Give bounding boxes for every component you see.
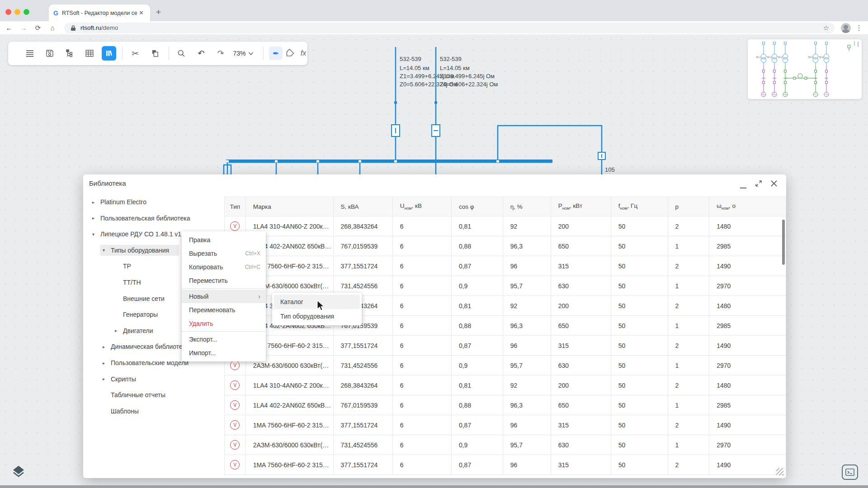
table-row[interactable]: V1LA4 310-4AN60-Z 200к…268,384326460,819… [225,216,786,236]
table-cell: 92 [503,216,551,236]
menu-item-label: Переименовать [189,306,236,314]
dialog-minimize-icon[interactable] [740,183,747,191]
table-cell: 96,3 [503,236,551,256]
chevron-collapsed-icon[interactable]: ▸ [92,200,100,205]
chevron-collapsed-icon[interactable]: ▸ [103,376,111,381]
table-row[interactable]: V1MA 7560-6HF-60-2 315…377,155172460,879… [225,415,786,435]
table-cell: 50 [611,415,668,435]
chevron-collapsed-icon[interactable]: ▸ [115,328,123,333]
table-cell: 2985 [709,236,786,256]
table-cell: 0,88 [451,395,503,415]
table-row[interactable]: V2АЗМ-630/6000 630кВт(…731,452455660,995… [225,435,786,455]
paste-icon[interactable] [151,49,160,58]
search-icon[interactable] [177,49,186,58]
table-cell: 2 [668,375,709,395]
tree-item-label: ТТ/ТН [123,279,141,286]
column-header[interactable]: Uном, кВ [392,197,451,216]
dialog-expand-icon[interactable] [755,180,762,189]
table-cell: 315 [551,455,611,475]
chevron-collapsed-icon[interactable]: ▸ [92,216,100,221]
minimap-label: ТР-5 [808,56,813,59]
chevron-collapsed-icon[interactable]: ▸ [103,344,111,349]
chevron-expanded-icon[interactable]: ▾ [92,232,100,237]
table-view-icon[interactable] [85,49,94,58]
dialog-close-icon[interactable] [770,180,778,189]
tree-item[interactable]: ▸Скрипты [83,372,223,386]
column-header[interactable]: p [668,197,709,216]
column-header[interactable]: η, % [503,197,551,216]
table-cell: 2985 [709,316,786,336]
menu-item[interactable]: Новый› [182,290,266,303]
table-cell: 50 [611,435,668,455]
table-cell: 0,9 [451,276,503,296]
layers-icon[interactable] [11,465,26,479]
table-cell: 1 [668,395,709,415]
pen-tool-icon[interactable]: ✒ [269,47,283,60]
minimap-panel[interactable]: ТР-1 ТР-2 ТР-3 ТР-5 ТР-6 [747,39,862,99]
tree-item[interactable]: Шаблоны [83,404,223,418]
tag-tool-icon[interactable] [286,49,295,58]
tree-item[interactable]: ▸Пользовательская библиотека [83,211,223,225]
menu-item[interactable]: Экспорт... [182,333,266,346]
table-cell: 0,9 [451,435,503,455]
menu-shortcut: Ctrl+C [245,264,260,270]
main-menu-icon[interactable] [25,49,34,58]
menu-item[interactable]: Импорт... [182,346,266,360]
tree-item[interactable]: Табличные отчеты [83,388,223,402]
table-scrollbar-thumb[interactable] [782,220,785,265]
table-cell: 1 [668,236,709,256]
table-cell: 2985 [709,395,786,415]
model-tree-icon[interactable] [65,49,75,58]
table-cell: 96,3 [503,316,551,336]
column-header[interactable]: Тип [225,197,246,216]
table-cell: 377,1551724 [333,415,392,435]
redo-icon[interactable]: ↷ [217,48,224,58]
table-cell: 2 [668,216,709,236]
table-cell: 2 [668,256,709,276]
menu-item[interactable]: Правка [182,233,266,247]
tree-item[interactable]: ▸Platinum Electro [83,195,223,209]
table-row[interactable]: V1MA 7560-6HF-60-2 315…377,155172460,879… [225,455,786,475]
menu-item[interactable]: Переместить [182,274,266,287]
dialog-resize-handle[interactable] [776,468,783,475]
table-cell: 200 [551,216,611,236]
table-cell: 95,7 [503,276,551,296]
column-header[interactable]: fном, Гц [611,197,668,216]
table-row[interactable]: V1LA4 402-2AN60Z 650кВ…767,015953960,889… [225,236,786,256]
chevron-collapsed-icon[interactable]: ▸ [103,361,111,366]
column-header[interactable]: ωном, о [709,197,786,216]
table-row[interactable]: V1LA4 310-4AN60-Z 200к…268,384326460,819… [225,375,786,395]
chevron-expanded-icon[interactable]: ▾ [103,248,111,253]
column-header[interactable]: Pном, кВт [551,197,611,216]
menu-item[interactable]: ВырезатьCtrl+X [182,247,266,260]
column-header[interactable]: Марка [245,197,333,216]
undo-icon[interactable]: ↶ [198,48,204,58]
table-cell: 2 [668,296,709,316]
column-header[interactable]: cos φ [451,197,503,216]
menu-item[interactable]: Переименовать [182,303,266,317]
table-cell: 377,1551724 [333,336,392,356]
table-cell: 6 [392,216,451,236]
mouse-cursor [316,300,326,312]
console-button[interactable] [842,465,858,480]
minimap-label: ТР-2 [767,56,772,59]
bottom-edge-bar [0,485,868,488]
table-cell: 50 [611,336,668,356]
column-header[interactable]: S, кВА [333,197,392,216]
menu-item[interactable]: КопироватьCtrl+C [182,260,266,274]
library-icon[interactable] [102,46,116,61]
table-cell: 650 [551,316,611,336]
table-cell: 200 [551,296,611,316]
tree-item-label: Двигатели [123,327,153,334]
table-cell: 0,88 [451,236,503,256]
zoom-control[interactable]: 73% [233,50,253,57]
table-row[interactable]: V1MA 7560-6HF-60-2 315…377,155172460,879… [225,336,786,356]
table-row[interactable]: V1LA4 402-2AN60Z 650кВ…767,015953960,889… [225,395,786,415]
menu-item[interactable]: Удалить [182,317,266,330]
table-cell: 96,3 [503,395,551,415]
cut-icon[interactable]: ✂ [132,48,139,59]
save-icon[interactable] [45,49,55,58]
table-row[interactable]: V2АЗМ-630/6000 630кВт(…731,452455660,995… [225,356,786,375]
formula-tool-icon[interactable]: fx [301,49,306,57]
table-row[interactable]: V1MA 7560-6HF-60-2 315…377,155172460,879… [225,256,786,276]
